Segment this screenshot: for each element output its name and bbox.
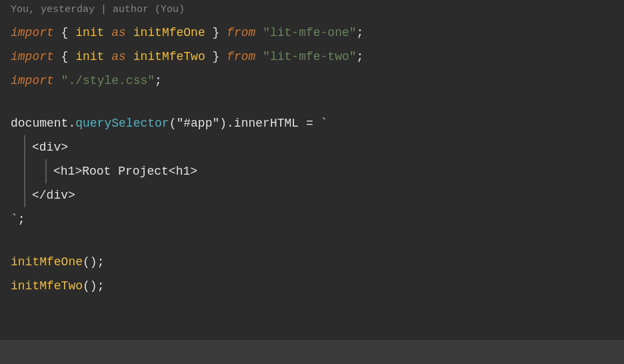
code-line: import { init as initMfeOne } from "lit-… bbox=[0, 21, 624, 45]
bottom-bar bbox=[0, 340, 624, 364]
code-line: initMfeTwo(); bbox=[0, 274, 624, 298]
code-line: import { init as initMfeTwo } from "lit-… bbox=[0, 45, 624, 69]
code-line: <h1>Root Project<h1> bbox=[0, 159, 624, 183]
code-line bbox=[0, 231, 624, 250]
code-line: `; bbox=[0, 207, 624, 231]
code-line bbox=[0, 93, 624, 111]
code-area: import { init as initMfeOne } from "lit-… bbox=[0, 18, 624, 298]
code-line: import "./style.css"; bbox=[0, 69, 624, 93]
code-viewer: You, yesterday | author (You) import { i… bbox=[0, 0, 624, 364]
code-line: <div> bbox=[0, 135, 624, 159]
meta-info: You, yesterday | author (You) bbox=[0, 0, 624, 18]
code-line: document.querySelector("#app").innerHTML… bbox=[0, 111, 624, 135]
code-line: initMfeOne(); bbox=[0, 250, 624, 274]
code-line: </div> bbox=[0, 183, 624, 207]
